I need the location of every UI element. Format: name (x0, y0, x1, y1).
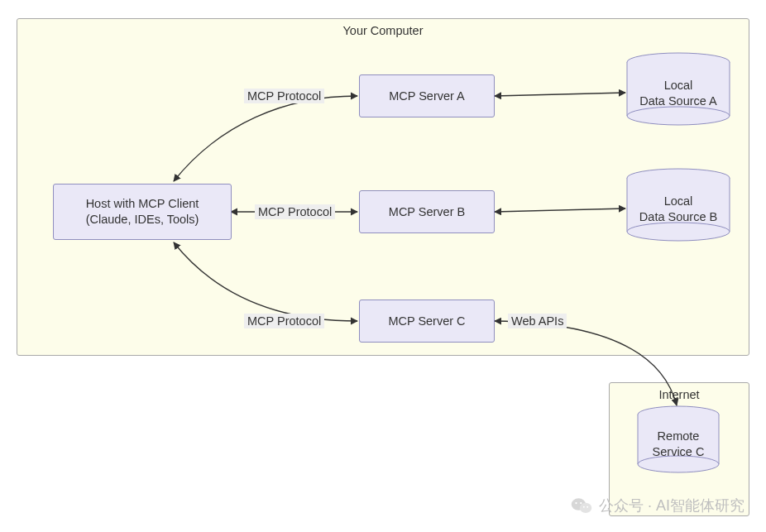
edge-host-server-c (174, 242, 357, 321)
svg-point-20 (586, 506, 588, 508)
svg-point-18 (580, 502, 582, 504)
svg-point-9 (627, 223, 730, 241)
svg-point-17 (575, 502, 577, 504)
node-host-line2: (Claude, IDEs, Tools) (86, 212, 199, 228)
cylinder-data-source-b (627, 169, 730, 241)
cylinder-remote-service-c (638, 406, 719, 472)
edge-server-b-source-b (495, 208, 625, 212)
edge-label-protocol-c: MCP Protocol (244, 314, 324, 328)
node-mcp-server-c: MCP Server C (359, 300, 495, 343)
watermark: 公众号 · AI智能体研究 (571, 496, 744, 515)
node-host-mcp-client: Host with MCP Client (Claude, IDEs, Tool… (53, 184, 232, 240)
node-host-line1: Host with MCP Client (86, 196, 199, 212)
wechat-icon (571, 496, 592, 515)
node-mcp-server-a-label: MCP Server A (389, 89, 465, 104)
node-mcp-server-b: MCP Server B (359, 190, 495, 233)
svg-point-16 (580, 503, 591, 513)
edge-label-protocol-a: MCP Protocol (244, 89, 324, 103)
node-mcp-server-a: MCP Server A (359, 74, 495, 117)
node-mcp-server-b-label: MCP Server B (389, 204, 465, 220)
edge-server-a-source-a (495, 93, 625, 96)
svg-point-4 (627, 107, 730, 125)
edge-label-protocol-b: MCP Protocol (255, 204, 335, 219)
edge-label-web-apis: Web APIs (508, 314, 567, 328)
cylinder-data-source-a (627, 53, 730, 125)
edge-host-server-a (174, 96, 357, 181)
edge-server-c-remote-c (495, 321, 677, 405)
node-mcp-server-c-label: MCP Server C (388, 314, 465, 329)
mcp-architecture-diagram: Your Computer Internet (0, 0, 766, 532)
svg-point-19 (583, 506, 585, 508)
watermark-text: 公众号 · AI智能体研究 (599, 496, 744, 515)
svg-point-14 (638, 456, 719, 472)
